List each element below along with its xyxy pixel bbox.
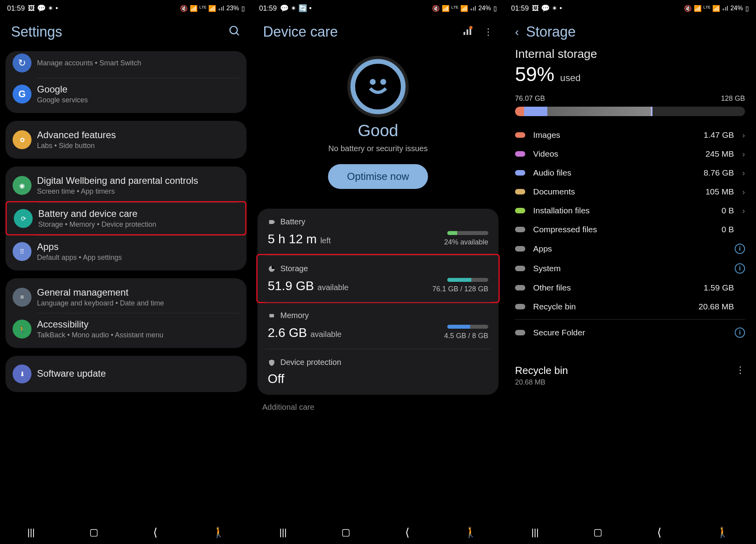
nav-back[interactable]: ⟨ xyxy=(405,526,410,539)
card-software: ⬇ Software update xyxy=(6,356,246,392)
category-name: Compressed files xyxy=(533,225,721,234)
accessibility-icon: 🚶 xyxy=(13,320,32,339)
memory-value: 2.6 GB xyxy=(268,326,307,340)
advanced-icon: ✿ xyxy=(13,130,32,149)
status-time: 01:59 xyxy=(511,4,529,13)
status-icons-right: 🔇 📶 ᴸᵀᴱ 📶 ₊ıl xyxy=(180,5,224,12)
pill-icon xyxy=(515,189,525,194)
svg-line-1 xyxy=(236,33,239,35)
pill-icon xyxy=(515,170,525,176)
status-time: 01:59 xyxy=(259,4,277,13)
category-row[interactable]: Videos245 MB› xyxy=(515,144,745,163)
highlight-devicecare: ⟳ Battery and device care Storage • Memo… xyxy=(6,201,246,235)
card-accounts: ↻ Manage accounts • Smart Switch G Googl… xyxy=(6,51,246,113)
category-value: 1.47 GB xyxy=(704,130,734,140)
divider xyxy=(515,319,745,320)
nav-accessibility[interactable]: 🚶 xyxy=(464,526,477,538)
nav-accessibility[interactable]: 🚶 xyxy=(212,526,225,538)
recycle-bin-section[interactable]: Recycle bin 20.68 MB ⋮ xyxy=(504,354,756,397)
svg-rect-7 xyxy=(269,220,274,224)
category-value: 105 MB xyxy=(706,187,734,196)
battery-row[interactable]: Battery 5 h 12 m left 24% available xyxy=(258,209,498,255)
nav-home[interactable]: ▢ xyxy=(593,527,602,538)
card-wellbeing: ◉ Digital Wellbeing and parental control… xyxy=(6,167,246,270)
optimise-button[interactable]: Optimise now xyxy=(328,164,428,189)
status-icons-right: 🔇 📶 ᴸᵀᴱ 📶 ₊ıl xyxy=(684,5,728,12)
devicecare-header: Device care ⋮ xyxy=(252,17,504,51)
metrics-card: Battery 5 h 12 m left 24% available Stor… xyxy=(258,209,498,395)
wellbeing-title: Digital Wellbeing and parental controls xyxy=(37,175,239,186)
nav-back[interactable]: ⟨ xyxy=(153,526,158,539)
status-sub: No battery or security issues xyxy=(252,144,504,153)
device-care-screen: 01:59 💬 ✴ 🔄 • 🔇 📶 ᴸᵀᴱ 📶 ₊ıl 24% ▯ Device… xyxy=(252,0,504,544)
accessibility-title: Accessibility xyxy=(37,319,239,330)
item-accounts-backup[interactable]: ↻ Manage accounts • Smart Switch xyxy=(6,51,246,78)
category-row[interactable]: Appsi xyxy=(515,239,745,259)
memory-bar xyxy=(447,325,488,329)
item-apps[interactable]: ⠿ Apps Default apps • App settings xyxy=(6,236,246,267)
battery-right: 24% available xyxy=(444,238,488,246)
settings-screen: 01:59 🖼 💬 ✴ • 🔇 📶 ᴸᵀᴱ 📶 ₊ıl 23% ▯ Settin… xyxy=(0,0,252,544)
storage-right: 76.1 GB / 128 GB xyxy=(432,285,488,293)
chevron-right-icon: › xyxy=(734,168,745,178)
storage-row[interactable]: Storage 51.9 GB available 76.1 GB / 128 … xyxy=(258,255,498,302)
category-row[interactable]: Documents105 MB› xyxy=(515,182,745,201)
more-icon[interactable]: ⋮ xyxy=(484,26,493,37)
nav-recents[interactable]: ||| xyxy=(531,527,539,538)
apps-sub: Default apps • App settings xyxy=(37,253,239,262)
item-google[interactable]: G Google Google services xyxy=(6,78,246,110)
nav-home[interactable]: ▢ xyxy=(89,527,98,538)
status-indicator: Good No battery or security issues Optim… xyxy=(252,51,504,193)
info-icon[interactable]: i xyxy=(735,263,745,274)
chart-icon[interactable] xyxy=(462,26,472,38)
category-row[interactable]: Systemi xyxy=(515,259,745,278)
status-time: 01:59 xyxy=(7,4,25,13)
category-row[interactable]: Compressed files0 B xyxy=(515,220,745,239)
card-general: ≡ General management Language and keyboa… xyxy=(6,278,246,348)
recycle-sub: 20.68 MB xyxy=(515,378,568,387)
secure-folder-row[interactable]: Secure Folder i xyxy=(515,323,745,342)
category-row[interactable]: Audio files8.76 GB› xyxy=(515,163,745,182)
item-software[interactable]: ⬇ Software update xyxy=(6,359,246,389)
advanced-sub: Labs • Side button xyxy=(37,142,239,150)
devicecare-icon: ⟳ xyxy=(14,209,33,228)
category-row[interactable]: Recycle bin20.68 MB xyxy=(515,297,745,316)
more-icon[interactable]: ⋮ xyxy=(736,365,745,376)
nav-recents[interactable]: ||| xyxy=(27,527,35,538)
item-general[interactable]: ≡ General management Language and keyboa… xyxy=(6,281,246,313)
nav-bar: ||| ▢ ⟨ 🚶 xyxy=(252,520,504,544)
nav-home[interactable]: ▢ xyxy=(341,527,350,538)
highlight-storage: Storage 51.9 GB available 76.1 GB / 128 … xyxy=(256,254,500,303)
category-row[interactable]: Installation files0 B› xyxy=(515,201,745,220)
category-name: Other files xyxy=(533,283,704,292)
memory-row[interactable]: Memory 2.6 GB available 4.5 GB / 8 GB xyxy=(258,302,498,349)
protection-row[interactable]: Device protection Off xyxy=(258,349,498,395)
battery-label: Battery xyxy=(280,217,305,226)
category-row[interactable]: Images1.47 GB› xyxy=(515,126,745,144)
info-icon[interactable]: i xyxy=(735,328,745,338)
storage-value: 51.9 GB xyxy=(268,279,314,293)
item-device-care[interactable]: ⟳ Battery and device care Storage • Memo… xyxy=(7,203,245,234)
category-name: Documents xyxy=(533,187,706,196)
item-wellbeing[interactable]: ◉ Digital Wellbeing and parental control… xyxy=(6,170,246,201)
search-icon[interactable] xyxy=(228,25,241,39)
nav-accessibility[interactable]: 🚶 xyxy=(716,526,729,538)
item-accessibility[interactable]: 🚶 Accessibility TalkBack • Mono audio • … xyxy=(6,313,246,345)
storage-bar xyxy=(447,278,488,282)
pill-icon xyxy=(515,208,525,213)
memory-right: 4.5 GB / 8 GB xyxy=(444,332,488,340)
battery-icon: ▯ xyxy=(241,5,245,12)
info-icon[interactable]: i xyxy=(735,244,745,254)
shield-icon xyxy=(268,359,276,366)
back-icon[interactable]: ‹ xyxy=(515,25,519,39)
nav-back[interactable]: ⟨ xyxy=(657,526,662,539)
nav-recents[interactable]: ||| xyxy=(279,527,287,538)
storage-screen: 01:59 🖼 💬 ✴ • 🔇 📶 ᴸᵀᴱ 📶 ₊ıl 24% ▯ ‹ Stor… xyxy=(504,0,756,544)
apps-icon: ⠿ xyxy=(13,242,32,261)
storage-header: ‹ Storage xyxy=(504,17,756,47)
category-row[interactable]: Other files1.59 GB xyxy=(515,278,745,297)
pill-icon xyxy=(515,304,525,309)
svg-rect-2 xyxy=(463,32,465,35)
pct-value: 59% xyxy=(515,63,554,85)
item-advanced[interactable]: ✿ Advanced features Labs • Side button xyxy=(6,124,246,155)
